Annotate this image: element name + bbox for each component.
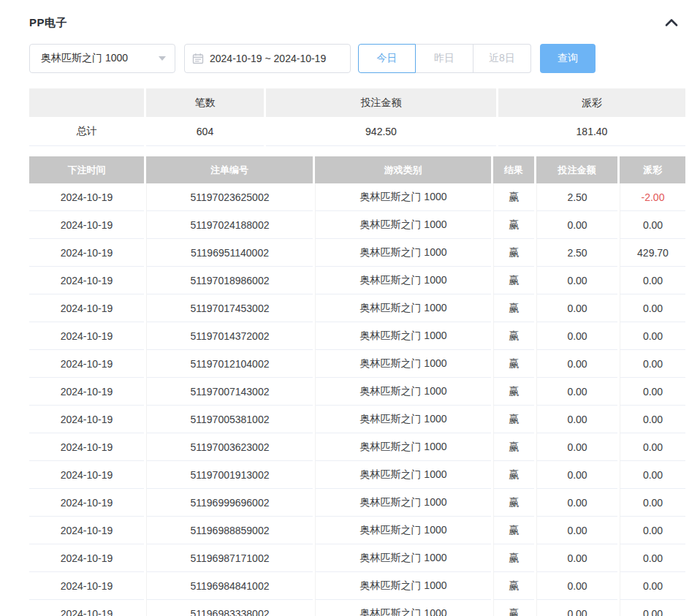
cell-bet-id: 51197003623002 xyxy=(146,433,313,461)
summary-total-label: 总计 xyxy=(29,117,144,146)
cell-payout: 0.00 xyxy=(620,572,685,600)
cell-date: 2024-10-19 xyxy=(29,544,144,572)
collapse-button[interactable] xyxy=(663,17,680,28)
cell-bet-id: 51196987171002 xyxy=(146,544,313,572)
cell-date: 2024-10-19 xyxy=(29,461,144,489)
filter-bar: 奥林匹斯之门 1000 2024-10-19 ~ 2024-10-19 今日 昨… xyxy=(29,44,685,73)
cell-bet-amount: 0.00 xyxy=(536,322,617,350)
table-row: 2024-10-19 51196999696002 奥林匹斯之门 1000 赢 … xyxy=(29,489,685,517)
cell-date: 2024-10-19 xyxy=(29,517,144,544)
summary-total-row: 总计 604 942.50 181.40 xyxy=(29,117,685,146)
cell-payout: 0.00 xyxy=(620,294,685,322)
cell-game: 奥林匹斯之门 1000 xyxy=(315,461,491,489)
cell-result: 赢 xyxy=(493,211,534,239)
summary-header-blank xyxy=(29,88,144,117)
cell-bet-id: 51197001913002 xyxy=(146,461,313,489)
cell-game: 奥林匹斯之门 1000 xyxy=(315,406,491,433)
cell-bet-id: 51197005381002 xyxy=(146,406,313,433)
cell-result: 赢 xyxy=(493,572,534,600)
table-row: 2024-10-19 51197024188002 奥林匹斯之门 1000 赢 … xyxy=(29,211,685,239)
cell-result: 赢 xyxy=(493,544,534,572)
col-header-bet-amount: 投注金额 xyxy=(536,156,617,183)
date-range-picker[interactable]: 2024-10-19 ~ 2024-10-19 xyxy=(184,44,351,73)
cell-date: 2024-10-19 xyxy=(29,211,144,239)
cell-bet-id: 51197014372002 xyxy=(146,322,313,350)
cell-date: 2024-10-19 xyxy=(29,489,144,517)
cell-game: 奥林匹斯之门 1000 xyxy=(315,433,491,461)
cell-date: 2024-10-19 xyxy=(29,183,144,211)
summary-header-payout: 派彩 xyxy=(498,88,685,117)
cell-result: 赢 xyxy=(493,517,534,544)
panel-title: PP电子 xyxy=(29,16,67,30)
search-button[interactable]: 查询 xyxy=(540,44,596,73)
cell-game: 奥林匹斯之门 1000 xyxy=(315,489,491,517)
table-row: 2024-10-19 51197017453002 奥林匹斯之门 1000 赢 … xyxy=(29,294,685,322)
cell-bet-amount: 0.00 xyxy=(536,211,617,239)
cell-date: 2024-10-19 xyxy=(29,378,144,406)
table-row: 2024-10-19 51197001913002 奥林匹斯之门 1000 赢 … xyxy=(29,461,685,489)
cell-bet-amount: 0.00 xyxy=(536,433,617,461)
records-table-header: 下注时间 注单编号 游戏类别 结果 投注金额 派彩 xyxy=(29,156,685,183)
cell-date: 2024-10-19 xyxy=(29,572,144,600)
table-row: 2024-10-19 51197018986002 奥林匹斯之门 1000 赢 … xyxy=(29,267,685,294)
summary-total-payout: 181.40 xyxy=(498,117,685,146)
game-select[interactable]: 奥林匹斯之门 1000 xyxy=(29,44,175,73)
cell-payout: 0.00 xyxy=(620,322,685,350)
quick-date-buttons: 今日 昨日 近8日 xyxy=(358,44,531,73)
cell-date: 2024-10-19 xyxy=(29,350,144,378)
cell-bet-amount: 0.00 xyxy=(536,517,617,544)
cell-game: 奥林匹斯之门 1000 xyxy=(315,294,491,322)
table-row: 2024-10-19 51197012104002 奥林匹斯之门 1000 赢 … xyxy=(29,350,685,378)
cell-game: 奥林匹斯之门 1000 xyxy=(315,572,491,600)
summary-header-bet-amount: 投注金额 xyxy=(266,88,496,117)
cell-bet-id: 51197024188002 xyxy=(146,211,313,239)
table-row: 2024-10-19 51196984841002 奥林匹斯之门 1000 赢 … xyxy=(29,572,685,600)
table-row: 2024-10-19 51197007143002 奥林匹斯之门 1000 赢 … xyxy=(29,378,685,406)
yesterday-button[interactable]: 昨日 xyxy=(416,44,473,73)
cell-game: 奥林匹斯之门 1000 xyxy=(315,322,491,350)
cell-payout: 0.00 xyxy=(620,433,685,461)
cell-game: 奥林匹斯之门 1000 xyxy=(315,544,491,572)
pp-panel: PP电子 奥林匹斯之门 1000 xyxy=(0,0,700,616)
last8days-button[interactable]: 近8日 xyxy=(473,44,531,73)
cell-bet-amount: 2.50 xyxy=(536,183,617,211)
summary-total-count: 604 xyxy=(146,117,264,146)
summary-table-header: 笔数 投注金额 派彩 xyxy=(29,88,685,117)
cell-bet-id: 51197023625002 xyxy=(146,183,313,211)
cell-game: 奥林匹斯之门 1000 xyxy=(315,239,491,267)
cell-bet-amount: 0.00 xyxy=(536,600,617,616)
cell-result: 赢 xyxy=(493,600,534,616)
table-row: 2024-10-19 51196988859002 奥林匹斯之门 1000 赢 … xyxy=(29,517,685,544)
cell-date: 2024-10-19 xyxy=(29,267,144,294)
cell-game: 奥林匹斯之门 1000 xyxy=(315,183,491,211)
cell-result: 赢 xyxy=(493,183,534,211)
cell-bet-amount: 0.00 xyxy=(536,489,617,517)
cell-payout: 0.00 xyxy=(620,600,685,616)
table-row: 2024-10-19 51197005381002 奥林匹斯之门 1000 赢 … xyxy=(29,406,685,433)
table-row: 2024-10-19 51197014372002 奥林匹斯之门 1000 赢 … xyxy=(29,322,685,350)
cell-bet-amount: 0.00 xyxy=(536,294,617,322)
cell-bet-id: 51196951140002 xyxy=(146,239,313,267)
cell-payout: 0.00 xyxy=(620,461,685,489)
cell-result: 赢 xyxy=(493,267,534,294)
today-button[interactable]: 今日 xyxy=(358,44,416,73)
cell-payout: 0.00 xyxy=(620,406,685,433)
cell-result: 赢 xyxy=(493,406,534,433)
cell-bet-amount: 0.00 xyxy=(536,461,617,489)
summary-header-count: 笔数 xyxy=(146,88,264,117)
cell-bet-amount: 0.00 xyxy=(536,350,617,378)
cell-bet-amount: 0.00 xyxy=(536,378,617,406)
cell-date: 2024-10-19 xyxy=(29,294,144,322)
game-select-value: 奥林匹斯之门 1000 xyxy=(41,52,128,65)
cell-payout: 0.00 xyxy=(620,378,685,406)
records-table-body: 2024-10-19 51197023625002 奥林匹斯之门 1000 赢 … xyxy=(29,183,685,616)
cell-payout: -2.00 xyxy=(620,183,685,211)
cell-payout: 0.00 xyxy=(620,350,685,378)
summary-table: 笔数 投注金额 派彩 总计 604 942.50 181.40 xyxy=(29,88,685,146)
cell-date: 2024-10-19 xyxy=(29,239,144,267)
cell-bet-id: 51196984841002 xyxy=(146,572,313,600)
cell-bet-id: 51197018986002 xyxy=(146,267,313,294)
table-row: 2024-10-19 51196987171002 奥林匹斯之门 1000 赢 … xyxy=(29,544,685,572)
date-range-value: 2024-10-19 ~ 2024-10-19 xyxy=(210,53,326,64)
cell-game: 奥林匹斯之门 1000 xyxy=(315,600,491,616)
